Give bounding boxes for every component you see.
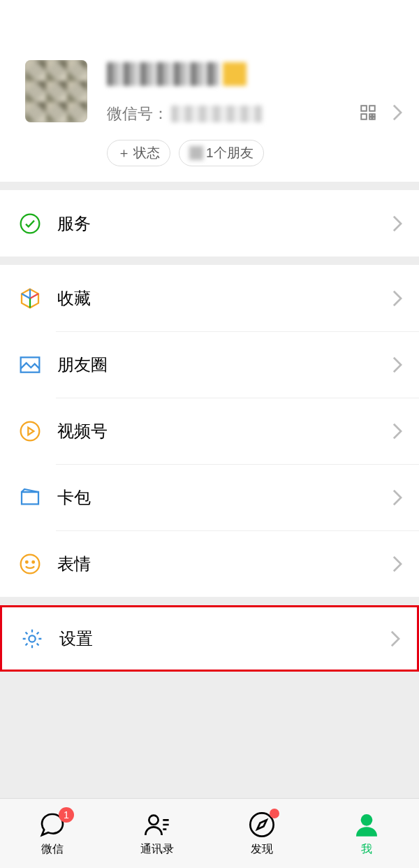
- svg-rect-6: [373, 114, 375, 116]
- chevron-right-icon: [392, 556, 402, 572]
- chevron-right-icon: [392, 423, 402, 440]
- discover-icon: [247, 810, 277, 839]
- tab-me[interactable]: 我: [314, 810, 419, 857]
- menu-label: 卡包: [57, 486, 392, 509]
- friends-status-button[interactable]: 1个朋友: [179, 140, 264, 166]
- menu-label: 视频号: [57, 420, 392, 442]
- wechat-id-value: [171, 106, 262, 122]
- tab-discover[interactable]: 发现: [210, 810, 314, 857]
- status-button-label: 状态: [133, 144, 160, 162]
- menu-item-cards[interactable]: 卡包: [0, 464, 419, 530]
- chevron-right-icon: [390, 630, 400, 647]
- channels-icon: [18, 419, 42, 443]
- svg-rect-2: [361, 114, 367, 120]
- profile-section[interactable]: 微信号：: [0, 0, 419, 182]
- svg-rect-4: [373, 117, 375, 120]
- cards-icon: [18, 486, 42, 509]
- menu-label: 服务: [57, 212, 392, 235]
- qr-code-icon[interactable]: [359, 103, 377, 122]
- menu-label: 朋友圈: [57, 354, 392, 376]
- friend-avatar-icon: [189, 146, 203, 160]
- wechat-id-label: 微信号：: [107, 103, 168, 124]
- svg-point-10: [21, 554, 40, 573]
- stickers-icon: [18, 552, 42, 576]
- status-button[interactable]: ＋ 状态: [107, 140, 170, 166]
- svg-rect-1: [369, 106, 375, 111]
- menu-item-moments[interactable]: 朋友圈: [0, 331, 419, 398]
- svg-point-7: [21, 214, 40, 233]
- chevron-right-icon: [392, 215, 402, 232]
- tab-chats[interactable]: 1 微信: [0, 810, 105, 857]
- chats-icon: 1: [38, 810, 67, 839]
- svg-point-11: [26, 561, 28, 563]
- chevron-right-icon: [392, 104, 402, 121]
- svg-rect-3: [369, 114, 372, 116]
- wechat-id-row: 微信号：: [107, 103, 359, 124]
- chevron-right-icon: [392, 290, 402, 307]
- contacts-icon: [142, 810, 172, 839]
- tab-label: 微信: [41, 842, 64, 857]
- svg-point-14: [149, 816, 158, 825]
- menu-label: 收藏: [57, 287, 392, 310]
- friends-status-label: 1个朋友: [206, 144, 253, 162]
- svg-rect-5: [369, 117, 372, 120]
- svg-point-16: [361, 814, 373, 826]
- chevron-right-icon: [392, 489, 402, 506]
- svg-point-9: [21, 421, 40, 440]
- plus-icon: ＋: [117, 144, 131, 162]
- menu-item-services[interactable]: 服务: [0, 190, 419, 256]
- menu-item-favorites[interactable]: 收藏: [0, 265, 419, 331]
- menu-item-channels[interactable]: 视频号: [0, 398, 419, 464]
- tab-bar: 1 微信 通讯录 发现: [0, 798, 419, 868]
- settings-icon: [20, 627, 44, 651]
- tab-label: 我: [361, 842, 372, 857]
- menu-label: 表情: [57, 553, 392, 575]
- tab-contacts[interactable]: 通讯录: [105, 810, 210, 857]
- svg-point-12: [32, 561, 34, 563]
- favorites-icon: [18, 287, 42, 310]
- menu-label: 设置: [59, 628, 390, 650]
- services-icon: [18, 212, 42, 236]
- me-icon: [352, 810, 381, 839]
- tab-label: 发现: [251, 842, 273, 857]
- chevron-right-icon: [392, 356, 402, 373]
- moments-icon: [18, 353, 42, 377]
- chats-badge: 1: [59, 807, 74, 823]
- tab-label: 通讯录: [140, 842, 174, 857]
- menu-item-stickers[interactable]: 表情: [0, 530, 419, 597]
- avatar[interactable]: [25, 60, 87, 122]
- svg-point-13: [29, 635, 35, 642]
- discover-badge: [270, 809, 279, 818]
- svg-rect-0: [361, 106, 367, 111]
- profile-name: [107, 60, 359, 88]
- menu-item-settings[interactable]: 设置: [0, 605, 419, 672]
